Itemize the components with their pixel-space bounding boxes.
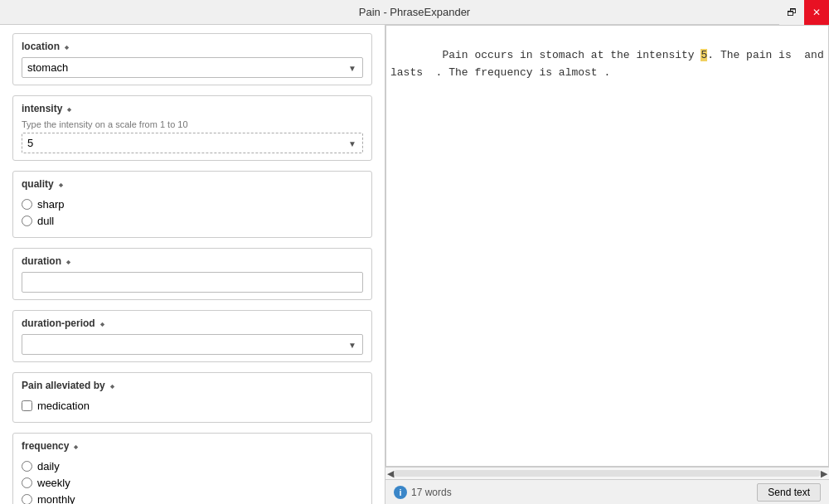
info-icon: i: [394, 486, 407, 499]
pain-alleviated-medication-option[interactable]: medication: [22, 400, 363, 412]
location-select[interactable]: stomach chest back abdomen: [22, 57, 363, 78]
duration-period-label: duration-period ⬥: [22, 317, 363, 329]
title-bar: Pain - PhraseExpander 🗗 ✕: [0, 0, 829, 25]
intensity-select[interactable]: 1 2 3 4 5 6 7 8 9 10: [22, 133, 363, 153]
intensity-select-wrapper: 1 2 3 4 5 6 7 8 9 10: [22, 133, 363, 153]
duration-period-help-icon[interactable]: ⬥: [99, 318, 105, 328]
intensity-label: intensity ⬥: [22, 103, 363, 114]
preview-text-before: Pain occurs in stomach at the intensity: [442, 49, 701, 61]
pain-alleviated-help-icon[interactable]: ⬥: [109, 380, 115, 390]
frequency-section: frequency ⬥ daily weekly monthly: [12, 433, 372, 504]
quality-section: quality ⬥ sharp dull: [12, 171, 372, 238]
preview-area[interactable]: Pain occurs in stomach at the intensity …: [385, 25, 829, 467]
location-help-icon[interactable]: ⬥: [64, 41, 70, 51]
right-panel: Pain occurs in stomach at the intensity …: [385, 25, 829, 504]
word-count-label: 17 words: [411, 487, 452, 498]
frequency-daily-option[interactable]: daily: [22, 460, 363, 472]
frequency-radio-group: daily weekly monthly: [22, 457, 363, 504]
minimize-button[interactable]: 🗗: [779, 0, 804, 25]
frequency-weekly-radio[interactable]: [22, 477, 32, 488]
scroll-right-arrow[interactable]: ▶: [821, 468, 827, 479]
send-text-button[interactable]: Send text: [757, 483, 821, 502]
quality-help-icon[interactable]: ⬥: [58, 179, 64, 189]
duration-help-icon[interactable]: ⬥: [65, 256, 71, 266]
frequency-monthly-option[interactable]: monthly: [22, 493, 363, 504]
left-panel: location ⬥ stomach chest back abdomen in…: [0, 25, 385, 504]
frequency-daily-radio[interactable]: [22, 461, 32, 472]
frequency-help-icon[interactable]: ⬥: [73, 441, 79, 451]
quality-dull-option[interactable]: dull: [22, 215, 363, 227]
quality-sharp-option[interactable]: sharp: [22, 198, 363, 211]
frequency-weekly-option[interactable]: weekly: [22, 477, 363, 489]
preview-text: Pain occurs in stomach at the intensity …: [386, 26, 828, 103]
duration-period-select[interactable]: hours days weeks months: [22, 334, 363, 355]
quality-sharp-radio[interactable]: [22, 199, 32, 210]
window-title: Pain - PhraseExpander: [359, 6, 470, 18]
medication-checkbox[interactable]: [22, 400, 32, 411]
quality-label: quality ⬥: [22, 178, 363, 190]
word-count: i 17 words: [394, 486, 452, 499]
close-button[interactable]: ✕: [804, 0, 829, 25]
pain-alleviated-section: Pain alleviated by ⬥ medication: [12, 372, 372, 423]
duration-input[interactable]: [22, 272, 363, 293]
frequency-label: frequency ⬥: [22, 440, 363, 452]
location-label: location ⬥: [22, 41, 363, 52]
intensity-section: intensity ⬥ Type the intensity on a scal…: [12, 95, 372, 161]
bottom-bar: i 17 words Send text: [385, 479, 829, 504]
pain-alleviated-checkbox-group: medication: [22, 396, 363, 415]
duration-label: duration ⬥: [22, 255, 363, 267]
scroll-track[interactable]: [394, 470, 821, 477]
title-bar-controls: 🗗 ✕: [779, 0, 829, 25]
horizontal-scrollbar[interactable]: ◀ ▶: [385, 467, 829, 479]
duration-period-select-wrapper: hours days weeks months: [22, 334, 363, 355]
frequency-monthly-radio[interactable]: [22, 494, 32, 504]
pain-alleviated-label: Pain alleviated by ⬥: [22, 380, 363, 391]
scroll-left-arrow[interactable]: ◀: [387, 468, 394, 479]
duration-period-section: duration-period ⬥ hours days weeks month…: [12, 310, 372, 362]
location-section: location ⬥ stomach chest back abdomen: [12, 33, 372, 85]
quality-radio-group: sharp dull: [22, 195, 363, 230]
quality-dull-radio[interactable]: [22, 216, 32, 226]
content-area: location ⬥ stomach chest back abdomen in…: [0, 25, 829, 504]
intensity-hint: Type the intensity on a scale from 1 to …: [22, 119, 363, 129]
location-select-wrapper: stomach chest back abdomen: [22, 57, 363, 78]
duration-section: duration ⬥: [12, 248, 372, 300]
intensity-help-icon[interactable]: ⬥: [66, 104, 72, 114]
